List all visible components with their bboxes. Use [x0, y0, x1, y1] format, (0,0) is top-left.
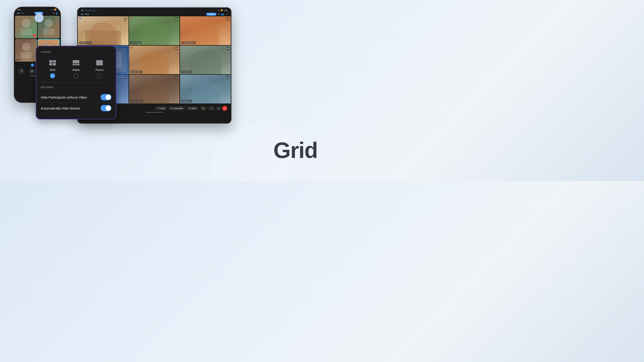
ipad-cell-ahmed: Ahmed Payne •••: [129, 75, 180, 103]
cell-menu-6[interactable]: •••: [226, 47, 230, 50]
bluetooth-button[interactable]: ⚡: [200, 106, 207, 110]
ipad-status-bar: 📹 9:41 Mon Jun 3 ▪▪▪▪ 📶 100%: [78, 8, 231, 12]
stack-label-text: Stack: [72, 68, 80, 71]
phone-status-icons: ▪▪▪ 📶 ▪: [52, 9, 58, 10]
phone-call-bar-left: 📹 12:40: [17, 12, 24, 14]
grid-icon-container: [48, 59, 58, 67]
drag-handle[interactable]: [35, 13, 44, 22]
cell-menu-7[interactable]: •••: [124, 76, 127, 79]
info-icon[interactable]: ℹ: [54, 12, 54, 14]
auto-hide-names-label: Automatically Hide Names: [41, 106, 80, 110]
cell-mute-2: 🔇: [130, 17, 132, 19]
ipad-battery: 100%: [224, 9, 228, 11]
share-icon: ⬆: [189, 107, 190, 109]
cell-name-marise-torres: Marise Torres: [130, 71, 142, 73]
phone-notch: [30, 7, 45, 11]
options-section-title: OPTIONS: [41, 86, 111, 89]
toggle-knob-2: [106, 105, 111, 111]
stop-video-label: Stop video: [174, 107, 183, 109]
ipad-cell-marise: Marise Torres ••• 🔇: [129, 45, 180, 74]
layout-option-grid[interactable]: Grid ✓: [41, 56, 64, 80]
mute-label: Mute: [160, 107, 165, 109]
hide-participants-label: Hide Participants without Video: [41, 95, 87, 99]
ipad-video-icon: 📹: [81, 9, 84, 11]
grid-cell-3: [49, 63, 52, 65]
cell-menu-5[interactable]: •••: [175, 47, 178, 50]
ipad-cell-isabelle: Isabelle Brennan •••: [180, 16, 231, 45]
bluetooth-icon: ⚡: [202, 107, 204, 109]
grid-radio[interactable]: ✓: [50, 73, 55, 78]
more-button-ipad[interactable]: •••: [216, 106, 221, 111]
cell-name-henry-riggs: Henry Riggs: [130, 41, 141, 44]
layout-option-stack[interactable]: Stack: [64, 56, 88, 80]
share-label: Share: [192, 107, 196, 109]
reactions-button[interactable]: ☺: [208, 106, 215, 110]
grid-cell-1: [49, 60, 52, 62]
mute-button-ipad[interactable]: 🎤 Mute: [155, 106, 167, 110]
focus-label-text: Focus: [96, 68, 104, 71]
ipad-status-right: ▪▪▪▪ 📶 100%: [218, 9, 228, 11]
cell-menu-1[interactable]: •••: [124, 17, 127, 21]
cell-name-ahmed-payne: Ahmed Payne: [130, 100, 143, 102]
focus-radio[interactable]: [97, 73, 102, 78]
ipad-signal: ▪▪▪▪: [218, 9, 220, 11]
layout-options: Grid ✓ Stack: [41, 56, 111, 80]
toggle-knob-1: [106, 94, 111, 100]
layout-option-focus[interactable]: Focus: [88, 56, 111, 80]
cell-menu-3[interactable]: •••: [226, 17, 230, 21]
mic-icon: 🎤: [157, 107, 160, 109]
ipad-cell-henry: Henry Riggs ••• 🔇: [129, 16, 180, 45]
indicator-blue: [31, 63, 34, 67]
phone-icons-right: ℹ 👤: [54, 12, 58, 14]
stack-icon: [73, 60, 80, 65]
grid-label-text: Grid: [50, 68, 55, 71]
ipad-status-time: 9:41 Mon Jun 3: [84, 9, 97, 11]
battery-icon: ▪: [57, 9, 58, 10]
grid-label-large: Grid: [273, 137, 318, 163]
stack-thumb-3: [77, 64, 80, 65]
wifi-icon: 📶: [54, 9, 56, 10]
cell-name-umar-patel: Umar Patel: [181, 71, 192, 73]
ipad-status-left: 📹 9:41 Mon Jun 3: [81, 9, 97, 11]
focus-icon: [96, 60, 103, 65]
stack-main-row: [73, 60, 80, 63]
ipad-call-time: 12:40: [84, 13, 89, 15]
share-button[interactable]: ⬆ Share: [186, 106, 199, 110]
call-icon: 📹: [17, 12, 19, 14]
hide-participants-toggle[interactable]: [100, 94, 111, 100]
ipad-wifi: 📶: [221, 9, 223, 11]
focus-icon-container: [94, 59, 104, 67]
stop-video-button[interactable]: 📷 Stop video: [168, 106, 185, 110]
check-icon: ✓: [52, 75, 54, 77]
ipad-call-bar-icons: Layout ℹ 👥 ⋯: [206, 13, 228, 16]
stack-radio[interactable]: [74, 73, 78, 78]
add-participant-icon[interactable]: 👤: [56, 12, 58, 14]
auto-hide-names-toggle[interactable]: [100, 105, 111, 111]
auto-hide-names-row: Automatically Hide Names: [41, 103, 111, 113]
phone-time: 9:41: [17, 9, 20, 10]
phone-cell-1: [15, 16, 37, 38]
cell-name-isabelle-brennan: Isabelle Brennan: [181, 41, 196, 44]
ipad-cell-umar: Umar Patel •••: [180, 45, 231, 74]
grid-cell-2: [53, 60, 56, 62]
stack-thumb-row: [73, 64, 80, 65]
ipad-cell-danielle: Danielle Ho •••: [180, 75, 231, 103]
phone-cell-3: Marise: [15, 39, 37, 62]
layout-panel: LAYOUT Grid ✓: [36, 46, 116, 119]
ipad-ellipsis-icon[interactable]: ⋯: [226, 13, 228, 15]
cell-mute-5: 🔇: [130, 47, 132, 49]
layout-section-title: LAYOUT: [41, 51, 111, 53]
ipad-call-bar: 📹 12:40 Layout ℹ 👥 ⋯: [78, 12, 231, 16]
mic-button-phone[interactable]: 🎤: [18, 68, 24, 74]
cell-name-marise: Marise: [16, 59, 20, 61]
ipad-call-icon: 📹: [81, 13, 83, 15]
signal-icon: ▪▪▪: [52, 9, 54, 10]
ipad-participants-icon[interactable]: 👥: [221, 13, 224, 15]
ipad-cell-clarissa: Clarissa Smith ••• 👤: [78, 16, 128, 45]
close-button-ipad[interactable]: ✕: [222, 106, 227, 111]
ipad-info-icon[interactable]: ℹ: [218, 13, 219, 15]
camera-button-phone[interactable]: 📷: [29, 68, 35, 74]
stack-icon-container: [71, 59, 81, 67]
stack-thumb-1: [73, 64, 75, 65]
ipad-layout-button[interactable]: Layout: [206, 13, 216, 16]
